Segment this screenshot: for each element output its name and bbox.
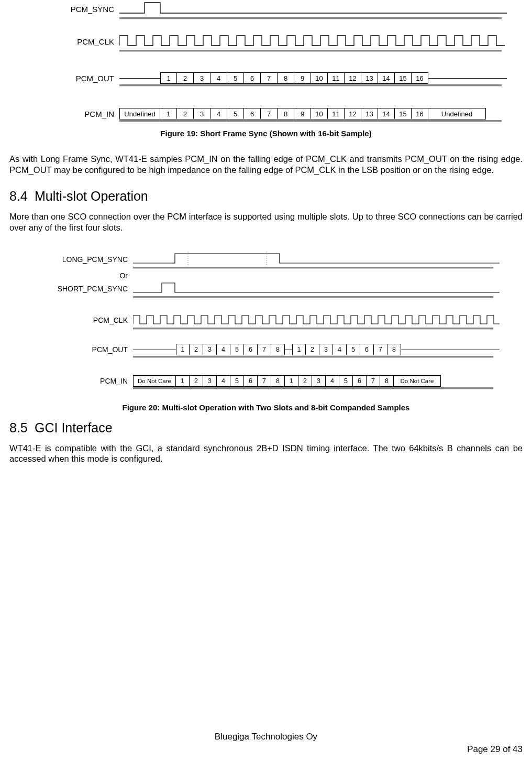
long-sync-pulse-icon: [133, 252, 500, 265]
fig20-out-cells: 1 2 3 4 5 6 7 8: [176, 344, 285, 355]
fig19-label-in: PCM_IN: [46, 110, 119, 118]
footer-company: Bluegiga Technologies Oy: [0, 732, 532, 742]
clock-waveform-icon: [119, 34, 507, 48]
paragraph-3: WT41-E is compatible with the GCI, a sta…: [9, 443, 523, 464]
figure-20-caption: Figure 20: Multi-slot Operation with Two…: [9, 403, 523, 412]
fig20-label-or: Or: [44, 271, 133, 280]
figure-19-caption: Figure 19: Short Frame Sync (Shown with …: [9, 129, 523, 138]
fig19-label-clk: PCM_CLK: [46, 37, 119, 46]
heading-8-5: 8.5GCI Interface: [9, 420, 523, 436]
fig19-in-cells: Undefined 1 2 3 4 5 6 7 8 9 10 11 12 13 …: [119, 108, 486, 119]
fig19-label-out: PCM_OUT: [46, 74, 119, 83]
clock-waveform-icon: [133, 313, 500, 326]
short-sync-pulse-icon: [133, 281, 500, 295]
footer-page: Page 29 of 43: [467, 744, 523, 755]
fig20-label-out: PCM_OUT: [44, 345, 133, 354]
paragraph-1: As with Long Frame Sync, WT41-E samples …: [9, 154, 523, 175]
heading-8-4: 8.4Multi-slot Operation: [9, 189, 523, 204]
fig20-label-clk: PCM_CLK: [44, 316, 133, 324]
fig20-out-cells-2: 1 2 3 4 5 6 7 8: [292, 344, 401, 355]
fig19-label-sync: PCM_SYNC: [46, 5, 119, 14]
fig20-label-in: PCM_IN: [44, 377, 133, 385]
fig20-label-longsync: LONG_PCM_SYNC: [44, 255, 133, 264]
fig20-in-cells: Do Not Care 1 2 3 4 5 6 7 8 1 2 3 4 5 6 …: [133, 375, 441, 387]
figure-19-diagram: PCM_SYNC PCM_CLK PCM_OUT 1 2 3 4: [46, 0, 502, 122]
fig19-out-cells: 1 2 3 4 5 6 7 8 9 10 11 12 13 14 15 16: [160, 72, 428, 84]
figure-20-diagram: LONG_PCM_SYNC Or SHORT_PCM_SYNC PCM_CLK: [43, 247, 494, 398]
fig20-label-shortsync: SHORT_PCM_SYNC: [44, 285, 133, 293]
paragraph-2: More than one SCO connection over the PC…: [9, 211, 523, 233]
sync-pulse-icon: [119, 0, 507, 16]
